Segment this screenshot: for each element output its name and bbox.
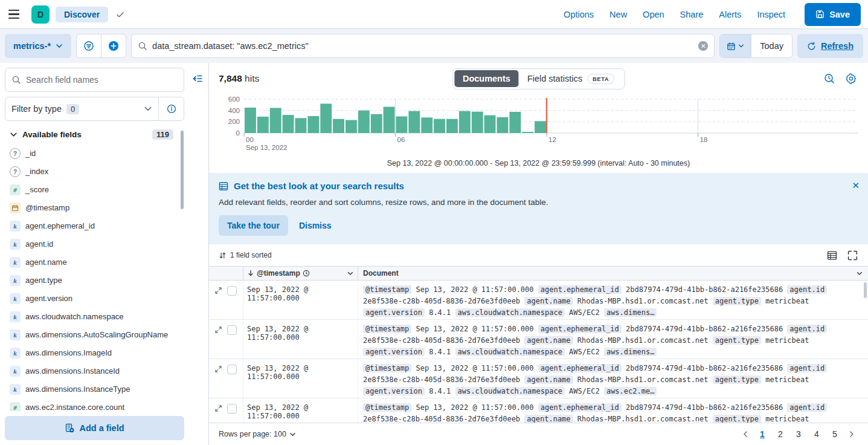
space-avatar[interactable]: D	[31, 5, 50, 24]
field-badge: agent.name	[524, 375, 573, 384]
new-link[interactable]: New	[609, 10, 627, 19]
field-item-aws-ec2-instance-core-count[interactable]: #aws.​ec2.​instance.​core.​count	[7, 398, 182, 411]
expand-row-icon[interactable]	[214, 325, 223, 334]
chevron-down-icon[interactable]	[856, 270, 863, 277]
expand-row-icon[interactable]	[214, 365, 223, 373]
field-badge: aws.cloudwatch.namespace	[455, 387, 565, 395]
save-button[interactable]: Save	[805, 3, 861, 26]
field-name: aws.​dimensions.​InstanceId	[25, 366, 120, 376]
row-density-icon[interactable]	[827, 250, 838, 261]
filter-count-badge: 0	[66, 104, 79, 114]
histogram-chart[interactable]: 020040060000061218Sep 13, 2022	[209, 94, 868, 156]
field-item-agent-name[interactable]: kagent.​name	[7, 253, 182, 271]
row-checkbox[interactable]	[227, 404, 237, 414]
field-item-aws-dimensions-AutoScalingGroupName[interactable]: kaws.​dimensions.​AutoScalingGroupName	[7, 326, 182, 344]
page-5-button[interactable]: 5	[827, 426, 843, 442]
field-badge: agent.version	[363, 348, 425, 356]
available-fields-header[interactable]: Available fields 119	[7, 127, 182, 145]
page-2-button[interactable]: 2	[773, 426, 788, 442]
sorted-fields-button[interactable]: 1 field sorted	[219, 251, 272, 259]
date-range-button[interactable]: Today	[751, 34, 792, 57]
field-item-agent-version[interactable]: kagent.​version	[7, 290, 182, 308]
next-page-icon[interactable]	[845, 426, 858, 442]
add-filter-icon[interactable]	[101, 34, 126, 57]
field-name: _index	[25, 166, 48, 177]
add-field-button[interactable]: Add a field	[5, 416, 184, 440]
field-badge: agent.type	[713, 375, 761, 384]
row-checkbox[interactable]	[227, 325, 237, 335]
page-4-button[interactable]: 4	[809, 426, 825, 442]
field-item-_id[interactable]: ?_id	[7, 145, 182, 163]
field-item-agent-ephemeral_id[interactable]: kagent.​ephemeral_id	[7, 217, 182, 235]
chevron-down-icon[interactable]	[347, 270, 354, 277]
close-icon[interactable]: ✕	[852, 180, 860, 191]
field-badge: agent.type	[713, 297, 761, 305]
document-column-header[interactable]: Document	[358, 267, 868, 280]
field-badge: @timestamp	[363, 403, 411, 412]
keyword-field-icon: k	[10, 330, 21, 340]
field-count-badge: 119	[152, 129, 173, 140]
alerts-link[interactable]: Alerts	[719, 10, 741, 19]
data-view-picker[interactable]: metrics-*	[5, 34, 71, 58]
clear-query-icon[interactable]: ✕	[698, 41, 708, 51]
rows-per-page-button[interactable]: Rows per page: 100	[219, 430, 296, 438]
query-input[interactable]	[152, 41, 693, 51]
keyword-field-icon: k	[10, 275, 21, 286]
sort-desc-icon	[247, 270, 254, 277]
options-link[interactable]: Options	[564, 10, 594, 19]
calendar-icon[interactable]	[720, 34, 751, 57]
share-link[interactable]: Share	[680, 10, 704, 19]
timestamp-cell: Sep 13, 2022 @ 11:57:00.000	[243, 320, 358, 359]
chevron-down-icon	[56, 42, 63, 50]
expand-row-icon[interactable]	[214, 286, 223, 294]
field-item-_score[interactable]: #_score	[7, 181, 182, 199]
clock-icon	[303, 270, 310, 277]
field-item-_index[interactable]: ?_index	[7, 163, 182, 181]
timestamp-column-header[interactable]: @timestamp	[243, 267, 358, 280]
field-item-aws-cloudwatch-namespace[interactable]: kaws.​cloudwatch.​namespace	[7, 308, 182, 326]
time-range-caption: Sep 13, 2022 @ 00:00:00.000 - Sep 13, 20…	[209, 156, 868, 173]
expand-row-icon[interactable]	[214, 404, 223, 412]
page-3-button[interactable]: 3	[791, 426, 806, 442]
tab-field-statistics[interactable]: Field statistics BETA	[519, 70, 623, 88]
field-item-agent-type[interactable]: kagent.​type	[7, 271, 182, 290]
refresh-button[interactable]: Refresh	[797, 34, 863, 58]
breadcrumb[interactable]: Discover	[56, 7, 108, 22]
field-list: ?_id?_index#_score@timestampkagent.​ephe…	[7, 145, 182, 411]
keyword-field-icon: k	[10, 293, 21, 304]
unknown-field-icon: ?	[10, 166, 21, 177]
inspect-link[interactable]: Inspect	[757, 10, 785, 19]
fullscreen-icon[interactable]	[847, 250, 858, 261]
info-icon[interactable]	[158, 97, 184, 120]
tab-documents[interactable]: Documents	[454, 70, 519, 87]
svg-text:18: 18	[700, 136, 708, 143]
dismiss-button[interactable]: Dismiss	[299, 221, 332, 230]
page-1-button[interactable]: 1	[754, 426, 770, 442]
row-checkbox[interactable]	[227, 365, 237, 374]
table-scrollbar[interactable]	[864, 282, 867, 298]
sidebar-scrollbar[interactable]	[181, 131, 184, 209]
saved-query-icon[interactable]	[77, 34, 101, 57]
menu-icon[interactable]	[8, 6, 25, 23]
field-badge: agent.type	[713, 336, 761, 345]
document-cell: @timestamp Sep 13, 2022 @ 11:57:00.000 a…	[358, 281, 868, 319]
collapse-sidebar-icon[interactable]	[191, 71, 206, 86]
previous-page-icon[interactable]	[739, 426, 752, 442]
open-link[interactable]: Open	[643, 10, 664, 19]
field-name: @timestamp	[25, 203, 69, 213]
filter-by-type-select[interactable]: Filter by type 0	[5, 97, 158, 120]
row-checkbox[interactable]	[227, 286, 237, 296]
field-search-input[interactable]	[26, 75, 178, 85]
take-tour-button[interactable]: Take the tour	[219, 215, 288, 236]
field-badge: agent.type	[713, 415, 761, 423]
gear-icon[interactable]	[845, 72, 858, 85]
field-badge: agent.id	[787, 285, 827, 294]
field-item--timestamp[interactable]: @timestamp	[7, 199, 182, 217]
field-item-aws-dimensions-InstanceType[interactable]: kaws.​dimensions.​InstanceType	[7, 380, 182, 398]
field-item-aws-dimensions-InstanceId[interactable]: kaws.​dimensions.​InstanceId	[7, 362, 182, 380]
field-item-agent-id[interactable]: kagent.​id	[7, 235, 182, 253]
timestamp-cell: Sep 13, 2022 @ 11:57:00.000	[243, 398, 358, 423]
field-badge: agent.name	[524, 297, 573, 305]
field-item-aws-dimensions-ImageId[interactable]: kaws.​dimensions.​ImageId	[7, 344, 182, 362]
search-session-icon[interactable]	[823, 72, 837, 85]
